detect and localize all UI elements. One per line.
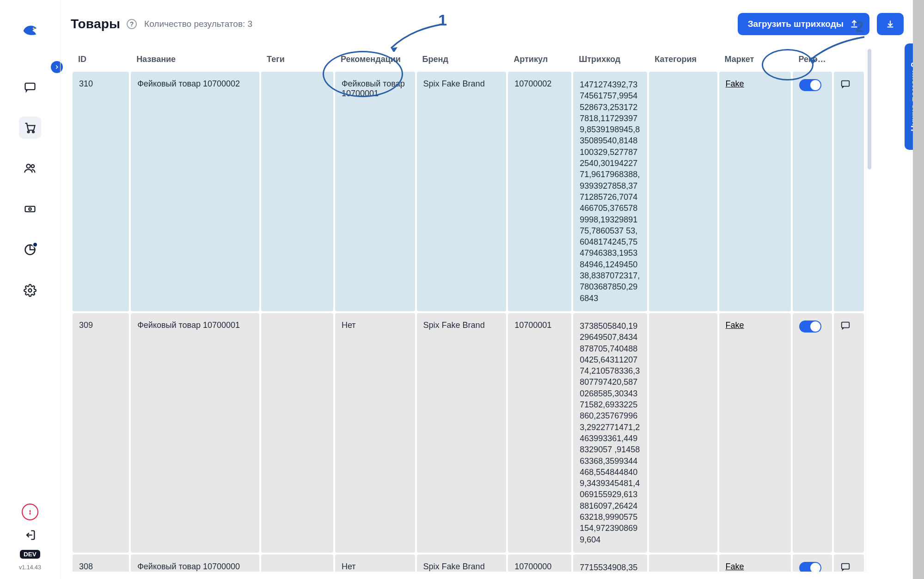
cell-category	[649, 554, 717, 572]
download-button[interactable]	[877, 13, 904, 35]
cell-actions	[834, 313, 864, 553]
cell-name: Фейковый товар 10700000	[131, 554, 259, 572]
col-tags-header[interactable]: Теги	[261, 50, 333, 70]
col-brand-header[interactable]: Бренд	[417, 50, 507, 70]
cell-reco: Нет	[335, 554, 415, 572]
cell-article: 10700000	[508, 554, 571, 572]
svg-rect-1	[25, 83, 35, 90]
env-badge: DEV	[20, 550, 40, 559]
svg-point-0	[33, 27, 35, 29]
table-row[interactable]: 310Фейковый товар 10700002Фейковый товар…	[73, 72, 864, 311]
reco-toggle[interactable]	[799, 562, 821, 572]
help-icon[interactable]: ?	[127, 19, 137, 29]
svg-rect-13	[841, 322, 849, 328]
cart-icon	[24, 121, 37, 134]
sidebar-item-settings[interactable]	[19, 279, 41, 302]
cell-market: Fake	[719, 554, 791, 572]
upload-icon	[849, 19, 859, 29]
cell-recoflag	[793, 72, 832, 311]
market-link[interactable]: Fake	[726, 562, 744, 571]
svg-rect-6	[25, 206, 35, 212]
svg-rect-12	[841, 81, 849, 86]
upload-barcodes-label: Загрузить штрихкоды	[748, 19, 844, 29]
need-help-tab[interactable]: Нужна помощь?	[905, 43, 924, 150]
cell-barcode: 1471274392,7374561757,9954528673,2531727…	[573, 72, 647, 311]
comment-icon[interactable]	[840, 562, 851, 572]
cell-actions	[834, 554, 864, 572]
chat-icon	[24, 80, 37, 93]
sidebar-item-users[interactable]	[19, 157, 41, 179]
cell-article: 10700002	[508, 72, 571, 311]
col-barcode-header[interactable]: Штрихкод	[573, 50, 647, 70]
reco-toggle[interactable]	[799, 79, 821, 91]
cell-name: Фейковый товар 10700001	[131, 313, 259, 553]
scrollbar[interactable]	[866, 48, 872, 572]
svg-rect-14	[841, 564, 849, 569]
need-help-label: Нужна помощь?	[910, 62, 919, 131]
col-reco-header[interactable]: Рекомендации	[335, 50, 415, 70]
products-table-region: ID Название Теги Рекомендации Бренд Арти…	[71, 48, 913, 572]
table-row[interactable]: 309Фейковый товар 10700001НетSpix Fake B…	[73, 313, 864, 553]
alert-icon	[26, 508, 34, 516]
scrollbar-thumb-icon	[868, 49, 871, 169]
upload-barcodes-button[interactable]: Загрузить штрихкоды	[738, 13, 869, 35]
logout-button[interactable]	[19, 529, 41, 542]
col-category-header[interactable]: Категория	[649, 50, 717, 70]
cell-category	[649, 313, 717, 553]
cell-recoflag	[793, 313, 832, 553]
cell-article: 10700001	[508, 313, 571, 553]
alert-button[interactable]	[22, 504, 38, 520]
col-id-header[interactable]: ID	[73, 50, 129, 70]
cell-barcode: 7715534908,3510844798,9043106648,5334338…	[573, 554, 647, 572]
version-label: v1.14.43	[19, 564, 41, 571]
col-recoflag-header[interactable]: Реко…	[793, 50, 832, 70]
cell-id: 309	[73, 313, 129, 553]
svg-point-4	[26, 164, 30, 168]
cell-brand: Spix Fake Brand	[417, 554, 507, 572]
svg-point-10	[30, 513, 30, 514]
col-article-header[interactable]: Артикул	[508, 50, 571, 70]
col-market-header[interactable]: Маркет	[719, 50, 791, 70]
cell-tags	[261, 72, 333, 311]
page-header: Товары ? Количество результатов: 3 Загру…	[71, 13, 913, 35]
cell-id: 310	[73, 72, 129, 311]
reco-toggle[interactable]	[799, 320, 821, 333]
logout-icon	[24, 529, 37, 542]
results-count: Количество результатов: 3	[144, 19, 252, 29]
cell-barcode: 3738505840,1929649507,8434878705,7404880…	[573, 313, 647, 553]
cell-category	[649, 72, 717, 311]
sidebar-item-products[interactable]	[19, 117, 41, 139]
cell-name: Фейковый товар 10700002	[131, 72, 259, 311]
col-name-header[interactable]: Название	[131, 50, 259, 70]
download-icon	[885, 19, 895, 29]
sidebar: DEV v1.14.43	[0, 0, 60, 579]
sidebar-item-payments[interactable]	[19, 198, 41, 220]
cell-market: Fake	[719, 313, 791, 553]
gear-icon	[24, 284, 37, 297]
users-icon	[24, 162, 37, 175]
market-link[interactable]: Fake	[726, 79, 744, 88]
svg-point-8	[29, 289, 32, 292]
table-header-row: ID Название Теги Рекомендации Бренд Арти…	[73, 50, 864, 70]
comment-icon[interactable]	[840, 320, 851, 331]
market-link[interactable]: Fake	[726, 320, 744, 330]
cell-brand: Spix Fake Brand	[417, 313, 507, 553]
cell-reco: Нет	[335, 313, 415, 553]
comment-icon[interactable]	[840, 79, 851, 89]
svg-point-3	[32, 131, 34, 133]
toggle-knob-icon	[810, 80, 820, 90]
col-action-header	[834, 50, 864, 70]
sidebar-nav	[19, 76, 41, 302]
sidebar-item-chat[interactable]	[19, 76, 41, 98]
table-row[interactable]: 308Фейковый товар 10700000НетSpix Fake B…	[73, 554, 864, 572]
logo	[19, 20, 41, 43]
sidebar-bottom: DEV v1.14.43	[0, 504, 60, 571]
page-title: Товары	[71, 17, 120, 31]
cell-actions	[834, 72, 864, 311]
sidebar-item-analytics[interactable]	[19, 239, 41, 261]
toggle-knob-icon	[810, 321, 820, 332]
toggle-knob-icon	[810, 563, 820, 572]
svg-point-5	[31, 165, 35, 168]
main: Товары ? Количество результатов: 3 Загру…	[60, 0, 913, 579]
cell-tags	[261, 313, 333, 553]
